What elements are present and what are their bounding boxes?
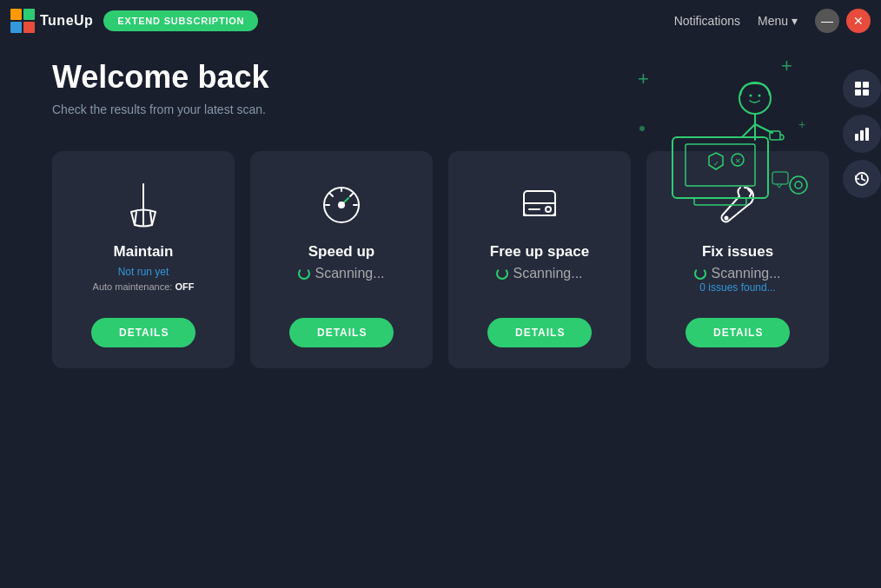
svg-point-15 bbox=[639, 126, 645, 131]
menu-link[interactable]: Menu ▾ bbox=[758, 14, 798, 28]
title-bar-right: Notifications Menu ▾ — ✕ bbox=[674, 9, 871, 33]
maintain-title: Maintain bbox=[114, 243, 174, 261]
speedup-card: Speed up Scanning... DETAILS bbox=[250, 151, 433, 368]
hero-illustration: + + + ✓ ✕ bbox=[603, 50, 829, 224]
freespace-title: Free up space bbox=[490, 243, 589, 261]
avg-logo: TuneUp bbox=[10, 9, 93, 33]
fixissues-spinner bbox=[694, 268, 706, 280]
svg-text:+: + bbox=[638, 68, 649, 89]
svg-point-23 bbox=[750, 95, 752, 97]
avg-logo-icon bbox=[10, 9, 35, 33]
freespace-spinner bbox=[496, 268, 508, 280]
app-name: TuneUp bbox=[40, 13, 93, 29]
svg-point-26 bbox=[790, 176, 807, 194]
freespace-status-text: Scanning... bbox=[513, 266, 582, 281]
svg-rect-8 bbox=[855, 134, 858, 141]
title-bar-left: TuneUp EXTEND SUBSCRIPTION bbox=[10, 9, 258, 33]
history-button[interactable] bbox=[843, 160, 881, 198]
svg-point-24 bbox=[758, 95, 761, 97]
svg-rect-16 bbox=[672, 137, 768, 198]
svg-rect-0 bbox=[10, 9, 22, 20]
maintain-icon bbox=[116, 175, 171, 231]
svg-rect-28 bbox=[772, 172, 788, 184]
maintain-card: Maintain Not run yet Auto maintenance: O… bbox=[52, 151, 235, 368]
fixissues-status-text: Scanning... bbox=[711, 266, 780, 281]
svg-text:✓: ✓ bbox=[713, 160, 719, 168]
svg-point-27 bbox=[795, 182, 802, 188]
fixissues-title: Fix issues bbox=[702, 243, 773, 261]
maintain-auto: Auto maintenance: OFF bbox=[93, 281, 195, 292]
fixissues-scanning: Scanning... bbox=[694, 266, 780, 281]
minimize-button[interactable]: — bbox=[815, 9, 839, 33]
auto-label: Auto maintenance: bbox=[93, 281, 176, 292]
extend-subscription-button[interactable]: EXTEND SUBSCRIPTION bbox=[103, 10, 258, 31]
svg-point-33 bbox=[546, 207, 551, 212]
freespace-status: Scanning... bbox=[496, 266, 582, 281]
svg-rect-1 bbox=[23, 9, 35, 20]
svg-text:+: + bbox=[781, 55, 792, 76]
window-controls: — ✕ bbox=[815, 9, 871, 33]
speedup-status-text: Scanning... bbox=[315, 266, 384, 281]
svg-rect-18 bbox=[694, 198, 746, 205]
maintain-status: Not run yet bbox=[118, 266, 169, 278]
fixissues-issues-count: 0 issues found... bbox=[699, 281, 775, 294]
speedup-title: Speed up bbox=[308, 243, 375, 261]
svg-rect-2 bbox=[10, 22, 22, 33]
svg-point-30 bbox=[339, 202, 344, 208]
svg-text:✕: ✕ bbox=[735, 157, 741, 165]
freespace-details-button[interactable]: DETAILS bbox=[487, 318, 592, 347]
history-icon bbox=[853, 170, 871, 188]
svg-text:+: + bbox=[798, 117, 805, 131]
maintain-details-button[interactable]: DETAILS bbox=[91, 318, 195, 347]
title-bar: TuneUp EXTEND SUBSCRIPTION Notifications… bbox=[0, 0, 881, 42]
fixissues-details-button[interactable]: DETAILS bbox=[686, 318, 790, 347]
svg-rect-10 bbox=[865, 128, 869, 141]
svg-rect-17 bbox=[686, 144, 755, 186]
main-content: Welcome back Check the results from your… bbox=[0, 59, 881, 116]
menu-label: Menu bbox=[758, 14, 788, 28]
speedup-details-button[interactable]: DETAILS bbox=[289, 318, 394, 347]
chart-button[interactable] bbox=[843, 115, 881, 153]
chevron-down-icon: ▾ bbox=[792, 14, 798, 28]
bar-chart-icon bbox=[853, 125, 871, 142]
freespace-icon bbox=[512, 175, 567, 231]
svg-rect-3 bbox=[23, 22, 35, 33]
speedup-spinner bbox=[298, 268, 310, 280]
notifications-link[interactable]: Notifications bbox=[674, 14, 740, 28]
auto-value: OFF bbox=[175, 281, 194, 292]
close-button[interactable]: ✕ bbox=[846, 9, 871, 33]
speedup-icon bbox=[314, 175, 369, 231]
speedup-status: Scanning... bbox=[298, 266, 384, 281]
illustration-svg: + + + ✓ ✕ bbox=[603, 50, 829, 224]
svg-rect-9 bbox=[860, 130, 864, 141]
